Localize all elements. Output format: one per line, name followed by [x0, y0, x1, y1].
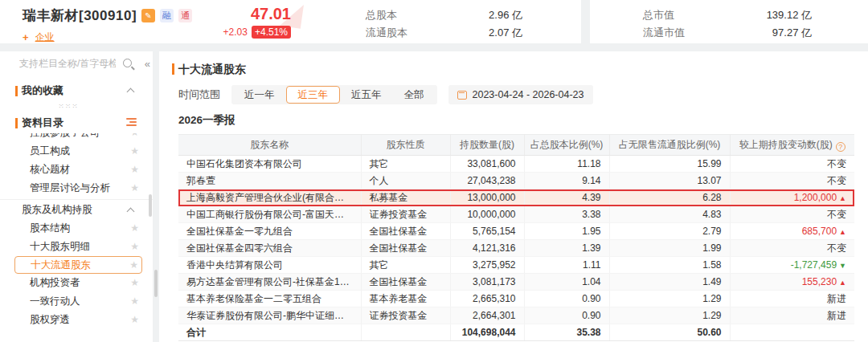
stock-name: 瑞丰新材[300910]: [23, 6, 137, 25]
cell-shareholder-name: 基本养老保险基金一二零五组合: [178, 291, 361, 307]
search-input[interactable]: [19, 58, 116, 69]
help-tooltip-icon[interactable]: ?: [836, 142, 845, 152]
cell-shareholder-nature: 证券投资基金: [361, 206, 450, 223]
favorite-star-icon[interactable]: ★: [130, 219, 139, 238]
cell-shareholder-nature: 全国社保基金: [361, 240, 450, 257]
favorite-star-icon[interactable]: ★: [130, 311, 139, 329]
sidebar-item[interactable]: 十大流通股东 ★: [14, 256, 142, 274]
cell-pct-float-shares: 15.99: [609, 156, 730, 173]
time-range-option[interactable]: 全部: [393, 86, 436, 104]
sidebar-item[interactable]: 股本结构 ★: [0, 219, 153, 238]
favorite-star-icon[interactable]: ★: [129, 257, 138, 273]
collapse-sidebar-icon[interactable]: «: [145, 58, 150, 70]
chevron-up-icon[interactable]: [127, 208, 135, 216]
sidebar-item-label: 机构投资者: [30, 274, 129, 292]
cell-shares-held: 5,765,154: [450, 223, 524, 240]
table-row[interactable]: 全国社保基金四零六组合 全国社保基金 4,121,316 1.39 1.99 不…: [178, 240, 854, 257]
table-row[interactable]: 基本养老保险基金一二零五组合 基本养老基金 2,665,310 0.90 1.2…: [178, 291, 854, 307]
favorite-star-icon[interactable]: ★: [130, 238, 139, 256]
time-range-segmented-control: 近一年近三年近五年全部: [231, 85, 437, 104]
table-row[interactable]: 郭春萱 个人 27,043,238 9.14 13.07 不变: [178, 173, 854, 189]
change-direction-icon: ▲: [839, 194, 846, 202]
margin-trading-badge: 融: [160, 9, 174, 22]
favorite-star-icon[interactable]: ★: [130, 274, 139, 292]
group-label: 股东及机构持股: [22, 200, 92, 220]
sidebar-item-label: 控股参股子公司: [30, 133, 129, 142]
time-range-option[interactable]: 近五年: [340, 86, 393, 104]
cell-pct-total-shares: 1.04: [524, 274, 609, 291]
favorite-star-icon[interactable]: ★: [130, 142, 139, 161]
favorite-star-icon[interactable]: ★: [130, 292, 139, 311]
directory-item-list: 控股参股子公司 ★ 员工构成 ★ 核心题材 ★ 管理层讨论与分析 ★: [0, 133, 153, 197]
enterprise-link[interactable]: 企业: [35, 31, 55, 44]
stat-value: 2.07 亿: [489, 24, 522, 42]
date-range-picker[interactable]: 2023-04-24 - 2026-04-23: [448, 85, 593, 104]
cell-shares-held: 3,275,952: [450, 257, 524, 274]
favorites-section-header[interactable]: 我的收藏: [0, 80, 153, 101]
favorite-star-icon[interactable]: ★: [130, 133, 139, 142]
sidebar-item[interactable]: 十大股东明细 ★: [0, 238, 153, 256]
table-row[interactable]: 中国石化集团资本有限公司 其它 33,081,600 11.18 15.99 不…: [178, 156, 854, 173]
cell-pct-float-shares: 1.49: [609, 274, 730, 291]
table-row[interactable]: 华泰证券股份有限公司-鹏华中证细分化工产业主... 证券投资基金 2,664,3…: [178, 307, 854, 324]
add-icon[interactable]: +: [23, 31, 29, 43]
cell-shares-held: 2,664,301: [450, 307, 524, 324]
favorite-star-icon[interactable]: ★: [130, 179, 139, 197]
shareholders-table: 股东名称股东性质持股数量(股)占总股本比例(%)占无限售流通股比例(%)较上期持…: [178, 134, 854, 341]
cell-shareholder-nature: 私募基金: [361, 189, 450, 206]
cell-shareholder-nature: 基本养老基金: [361, 291, 450, 307]
cell-shareholder-name: 中国工商银行股份有限公司-富国天惠精选成长混...: [178, 206, 361, 223]
stat-value: 2.96 亿: [489, 6, 522, 24]
cell-shares-held: 3,081,173: [450, 274, 524, 291]
cell-pct-total-shares: 1.95: [524, 223, 609, 240]
time-range-label: 时间范围: [178, 88, 220, 102]
cell-pct-total-shares: 1.39: [524, 240, 609, 257]
table-row[interactable]: 香港中央结算有限公司 其它 3,275,952 1.11 1.58 -1,727…: [178, 257, 854, 274]
sidebar-item[interactable]: 股权穿透 ★: [0, 311, 153, 329]
sidebar-item[interactable]: 核心题材 ★: [0, 161, 153, 179]
cell-shareholder-name: 郭春萱: [178, 173, 361, 189]
total-qty: 104,698,044: [450, 324, 524, 341]
change-direction-icon: ▼: [839, 262, 846, 270]
sidebar-item[interactable]: 一致行动人 ★: [0, 292, 153, 311]
edit-pencil-icon[interactable]: ✎: [141, 9, 155, 22]
stock-price: 47.01: [214, 5, 291, 23]
sidebar-item[interactable]: 控股参股子公司 ★: [0, 133, 153, 142]
cell-shareholder-name: 易方达基金管理有限公司-社保基金17042组合: [178, 274, 361, 291]
sidebar-item[interactable]: 管理层讨论与分析 ★: [0, 179, 153, 197]
sidebar-item[interactable]: 员工构成 ★: [0, 142, 153, 161]
horizontal-divider: [0, 43, 868, 51]
table-row[interactable]: 中国工商银行股份有限公司-富国天惠精选成长混... 证券投资基金 10,000,…: [178, 206, 854, 223]
share-capital-stats: 总股本 2.96 亿 流通股本 2.07 亿: [366, 6, 522, 42]
table-total-row: 合计 104,698,044 35.38 50.60: [178, 324, 854, 341]
panel-drag-handle[interactable]: ⁙⁙⁙: [0, 101, 153, 111]
sidebar-item-label: 十大流通股东: [31, 257, 117, 273]
panel-resize-handle[interactable]: [154, 270, 158, 297]
table-row[interactable]: 易方达基金管理有限公司-社保基金17042组合 全国社保基金 3,081,173…: [178, 274, 854, 291]
search-icon[interactable]: [123, 59, 132, 67]
panel-divider: [153, 51, 159, 342]
directory-section-header[interactable]: 资料目录: [0, 112, 153, 133]
sidebar-item-label: 股权穿透: [30, 311, 129, 329]
cell-shareholder-name: 上海高毅资产管理合伙企业(有限合伙)-高毅邻山1...: [178, 189, 361, 206]
cell-pct-total-shares: 0.90: [524, 307, 609, 324]
cell-shareholder-name: 香港中央结算有限公司: [178, 257, 361, 274]
column-header: 占总股本比例(%): [524, 135, 609, 156]
shareholder-group-header[interactable]: 股东及机构持股: [0, 199, 153, 219]
directory-tree-icon[interactable]: [126, 118, 137, 128]
stat-label: 总股本: [366, 6, 397, 24]
cell-shareholder-nature: 全国社保基金: [361, 274, 450, 291]
sidebar-scrollbar[interactable]: [149, 194, 152, 217]
time-range-option[interactable]: 近三年: [286, 86, 341, 104]
cell-shareholder-nature: 其它: [361, 257, 450, 274]
price-change-percent: +4.51%: [252, 26, 291, 39]
calendar-icon: [457, 91, 467, 100]
chevron-up-icon[interactable]: [127, 88, 135, 96]
sidebar-item-label: 员工构成: [30, 142, 129, 161]
sidebar-item[interactable]: 机构投资者 ★: [0, 274, 153, 292]
favorite-star-icon[interactable]: ★: [130, 161, 139, 179]
cell-shares-held: 33,081,600: [450, 156, 524, 173]
table-row[interactable]: 上海高毅资产管理合伙企业(有限合伙)-高毅邻山1... 私募基金 13,000,…: [178, 189, 854, 206]
time-range-option[interactable]: 近一年: [233, 86, 286, 104]
table-row[interactable]: 全国社保基金一零九组合 全国社保基金 5,765,154 1.95 2.79 6…: [178, 223, 854, 240]
